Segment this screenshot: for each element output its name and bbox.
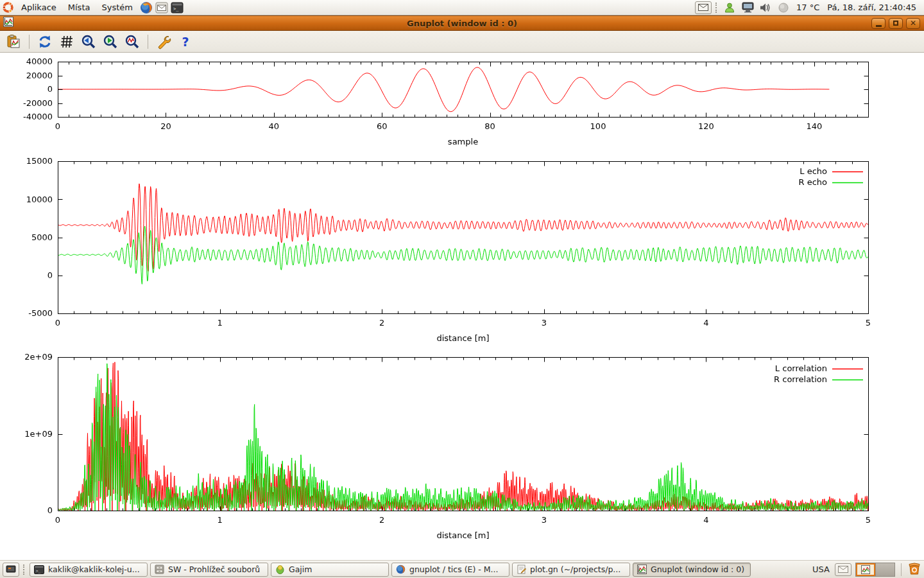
keyboard-layout-indicator[interactable]: USA: [811, 565, 831, 574]
task-file-manager[interactable]: SW - Prohlížeč souborů: [150, 563, 268, 577]
tray-mail-icon[interactable]: [695, 1, 712, 14]
taskbar-separator: [901, 563, 902, 576]
taskbar-handle[interactable]: [23, 565, 26, 575]
gnuplot-plot-area: [0, 53, 924, 560]
mail-launcher-icon[interactable]: [155, 1, 169, 15]
toolbar-separator: [148, 35, 148, 49]
window-title: Gnuplot (window id : 0): [0, 19, 924, 28]
menu-system[interactable]: Systém: [96, 0, 138, 15]
settings-wrench-icon[interactable]: [155, 33, 172, 50]
gnuplot-icon: [637, 565, 647, 574]
file-manager-icon: [155, 565, 164, 574]
user-switcher-icon[interactable]: [723, 1, 737, 15]
task-label: Gnuplot (window id : 0): [651, 565, 744, 574]
refresh-icon[interactable]: [37, 33, 53, 50]
temperature-indicator[interactable]: 17 °C: [794, 3, 822, 12]
task-terminal[interactable]: >_ kaklik@kaklik-kolej-u...: [30, 563, 148, 577]
terminal-launcher-icon[interactable]: >_: [170, 1, 184, 15]
svg-text:>_: >_: [173, 6, 179, 12]
unzoom-icon[interactable]: [124, 33, 141, 50]
zoom-next-icon[interactable]: [102, 33, 119, 50]
tray-handle[interactable]: [715, 3, 718, 13]
menu-applications[interactable]: Aplikace: [15, 0, 62, 15]
gajim-icon: [275, 565, 285, 574]
task-text-editor[interactable]: plot.gn (~/projects/p...: [512, 563, 630, 577]
firefox-launcher-icon[interactable]: [139, 1, 153, 15]
workspace-switcher: [855, 563, 895, 577]
workspace-2[interactable]: [875, 563, 894, 576]
workspace-1[interactable]: [856, 563, 875, 576]
zoom-previous-icon[interactable]: [80, 33, 97, 50]
gnuplot-window-icon: [3, 17, 13, 30]
gnome-top-panel: Aplikace Místa Systém >_: [0, 0, 924, 15]
task-label: gnuplot / tics (E) - M...: [409, 565, 498, 574]
gnuplot-window-titlebar[interactable]: Gnuplot (window id : 0) ✕: [0, 15, 924, 31]
minimize-button[interactable]: [871, 18, 886, 29]
maximize-button[interactable]: [889, 18, 903, 29]
help-icon[interactable]: ?: [177, 33, 194, 50]
volume-icon[interactable]: [758, 1, 773, 15]
panel-clock[interactable]: Pá, 18. září, 21:40:45: [825, 3, 919, 12]
close-icon: ✕: [910, 19, 916, 27]
task-label: kaklik@kaklik-kolej-u...: [48, 565, 140, 574]
trash-icon[interactable]: [907, 561, 921, 577]
task-label: Gajim: [289, 565, 312, 574]
toolbar-separator: [29, 35, 30, 49]
desktop: Aplikace Místa Systém >_: [0, 0, 924, 578]
task-gnuplot[interactable]: Gnuplot (window id : 0): [633, 563, 751, 577]
terminal-icon: >_: [34, 565, 44, 574]
task-firefox[interactable]: gnuplot / tics (E) - M...: [391, 563, 509, 577]
maximize-icon: [893, 21, 898, 26]
task-label: plot.gn (~/projects/p...: [530, 565, 620, 574]
svg-text:>_: >_: [36, 568, 41, 574]
firefox-icon: [396, 565, 406, 574]
gnuplot-icon: [861, 565, 870, 574]
task-gajim[interactable]: Gajim: [271, 563, 389, 577]
plot-canvas[interactable]: [0, 53, 924, 560]
task-label: SW - Prohlížeč souborů: [168, 565, 260, 574]
show-desktop-button[interactable]: [3, 563, 19, 577]
grid-icon[interactable]: [58, 33, 75, 50]
bottom-taskbar: >_ kaklik@kaklik-kolej-u... SW - Prohlíž…: [0, 560, 924, 578]
weather-icon[interactable]: [776, 1, 791, 15]
close-button[interactable]: ✕: [906, 18, 920, 29]
copy-plot-icon[interactable]: [5, 33, 22, 50]
minimize-icon: [876, 25, 882, 27]
ubuntu-logo-icon[interactable]: [1, 1, 15, 15]
gnuplot-toolbar: ?: [0, 31, 924, 53]
taskbar-mail-icon[interactable]: [835, 563, 851, 576]
text-editor-icon: [517, 565, 526, 574]
display-settings-icon[interactable]: [740, 1, 755, 15]
menu-places[interactable]: Místa: [62, 0, 96, 15]
